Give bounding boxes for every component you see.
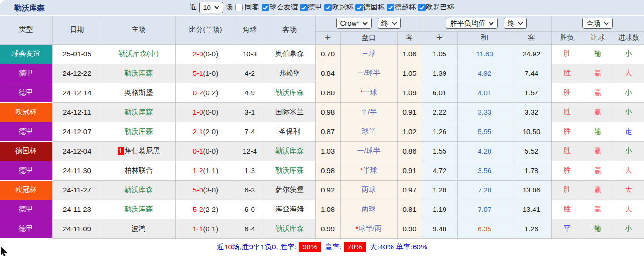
handicap-time-value: 终 (381, 19, 389, 27)
result-goals: 小 (613, 44, 644, 64)
home-team-name[interactable]: 勒沃库森 (125, 185, 153, 193)
result-wdl: 胜 (551, 200, 583, 219)
ah-home-odds: 0.98 (315, 161, 340, 180)
home-team-cell: 勒沃库森 (102, 122, 175, 141)
ah-home-odds: 0.87 (315, 122, 340, 141)
corners-cell: 6-4 (236, 219, 264, 238)
result-scope-select[interactable]: 全场 (582, 18, 613, 29)
cursor-icon (0, 245, 11, 256)
half-time-score: (0-1) (203, 225, 218, 233)
draw-odds-value: 4.20 (478, 147, 491, 155)
away-team-name[interactable]: 勒沃库森 (275, 88, 304, 96)
ah-line: *一球 (340, 83, 397, 102)
filter-欧罗巴杯[interactable]: 欧罗巴杯 (418, 3, 454, 12)
eu-draw-odds: 3.56 (457, 161, 512, 180)
corners-cell: 10-3 (236, 44, 264, 64)
away-team-name[interactable]: 勒沃库森 (275, 146, 304, 155)
col-header-away: 客场 (264, 16, 315, 44)
away-team-name[interactable]: 海登海姆 (275, 205, 304, 213)
corners-cell: 4-2 (236, 64, 264, 83)
checkbox-unchecked-icon[interactable] (235, 4, 243, 11)
subcol-ah-away: 客 (397, 31, 422, 44)
match-date: 24-11-27 (52, 180, 102, 200)
result-group-header: 全场 (551, 16, 644, 31)
subcol-result-handicap: 让球 (583, 31, 613, 44)
home-team-name[interactable]: 波鸿 (132, 224, 146, 232)
home-team-name[interactable]: 勒沃库森 (125, 69, 153, 77)
eu-draw-odds: 6.35 (457, 219, 512, 238)
handicap-company-select[interactable]: Crow* (336, 18, 372, 29)
corners-cell: 6-0 (236, 200, 264, 219)
subcol-eu-home: 主 (422, 31, 457, 44)
filter-德超杯[interactable]: 德超杯 (387, 3, 416, 12)
ah-home-odds: 0.98 (315, 102, 340, 122)
away-team-cell: 奥伯豪森 (264, 44, 315, 64)
chevron-down-icon (489, 22, 494, 25)
filter-球会友谊[interactable]: 球会友谊 (262, 3, 298, 12)
away-team-name[interactable]: 弗赖堡 (279, 69, 300, 77)
highlighted-odds-link[interactable]: 6.35 (478, 225, 491, 233)
half-time-score: (3-0) (203, 186, 218, 194)
home-team-cell: 柏林联合 (102, 161, 175, 180)
result-goals: 小 (613, 219, 644, 238)
away-team-name[interactable]: 勒沃库森 (275, 166, 304, 174)
result-handicap: 输 (583, 122, 613, 141)
home-team-name[interactable]: 勒沃库森 (125, 127, 153, 135)
league-type-badge: 欧冠杯 (0, 102, 52, 122)
summary-text: 赢率: (323, 242, 342, 252)
col-header-date: 日期 (52, 16, 102, 44)
ah-line: *半球 (340, 161, 397, 180)
match-date: 24-12-07 (52, 122, 102, 141)
europe-odds-type-select[interactable]: 胜平负均值 (446, 18, 498, 29)
ah-away-odds: 1.09 (397, 83, 422, 102)
score-cell: 5-0(3-0) (175, 180, 236, 200)
handicap-time-select[interactable]: 终 (378, 18, 401, 29)
score-cell: 1-2(1-1) (175, 161, 236, 180)
filter-德甲[interactable]: 德甲 (300, 3, 322, 12)
away-team-cell: 勒沃库森 (264, 141, 315, 161)
league-type-badge: 德甲 (0, 122, 52, 141)
ah-home-odds: 0.92 (315, 180, 340, 200)
checkbox-checked-icon[interactable] (355, 4, 363, 11)
checkbox-checked-icon[interactable] (262, 4, 269, 11)
home-team-name[interactable]: 拜仁慕尼黑 (124, 146, 160, 155)
recent-count-select[interactable]: 10 (199, 2, 223, 13)
home-team-cell: 勒沃库森 (102, 180, 175, 200)
home-team-name[interactable]: 奥格斯堡 (125, 88, 153, 96)
summary-text: 40% (379, 243, 394, 251)
match-row: 德甲24-12-14奥格斯堡0-2(0-2)4-9勒沃库森0.80*一球1.09… (0, 83, 644, 102)
checkbox-checked-icon[interactable] (387, 4, 394, 11)
checkbox-checked-icon[interactable] (300, 4, 308, 11)
league-type-badge: 德甲 (0, 219, 52, 238)
away-team-name[interactable]: 奥伯豪森 (275, 49, 304, 57)
ah-line: 三球 (340, 44, 397, 64)
eu-draw-odds: 7.20 (457, 180, 512, 200)
same-venue-filter[interactable] (235, 4, 243, 11)
filter-label: 欧罗巴杯 (426, 3, 454, 12)
checkbox-checked-icon[interactable] (418, 4, 426, 11)
subcol-ah-home: 主 (315, 31, 340, 44)
europe-odds-type-value: 胜平负均值 (450, 19, 485, 27)
result-handicap: 赢 (583, 83, 613, 102)
home-team-name[interactable]: 勒沃库森(中) (118, 49, 159, 57)
league-type-badge: 德甲 (0, 161, 52, 180)
eu-away-odds: 1.26 (512, 219, 551, 238)
away-team-name[interactable]: 国际米兰 (275, 108, 304, 116)
result-goals: 大 (613, 161, 644, 180)
away-team-name[interactable]: 圣保利 (279, 127, 300, 135)
filter-德国杯[interactable]: 德国杯 (355, 3, 385, 12)
checkbox-checked-icon[interactable] (324, 4, 332, 11)
match-stats-panel: 勒沃库森 近 10 场 同客 球会友谊德甲欧冠杯德国杯德超杯欧罗巴杯 类型 (0, 0, 644, 256)
away-team-name[interactable]: 萨尔茨堡 (275, 185, 304, 193)
eu-draw-odds: 7.07 (457, 200, 512, 219)
home-team-name[interactable]: 勒沃库森 (125, 205, 153, 213)
away-team-name[interactable]: 勒沃库森 (275, 224, 304, 232)
eu-draw-odds: 11.60 (457, 44, 512, 64)
full-time-score: 5-1 (193, 69, 203, 77)
eu-draw-odds: 4.01 (457, 83, 512, 102)
match-date: 24-11-30 (52, 161, 102, 180)
home-team-name[interactable]: 柏林联合 (125, 166, 153, 174)
filter-欧冠杯[interactable]: 欧冠杯 (324, 3, 354, 12)
europe-time-select[interactable]: 终 (504, 18, 527, 29)
home-team-name[interactable]: 勒沃库森 (125, 108, 153, 116)
